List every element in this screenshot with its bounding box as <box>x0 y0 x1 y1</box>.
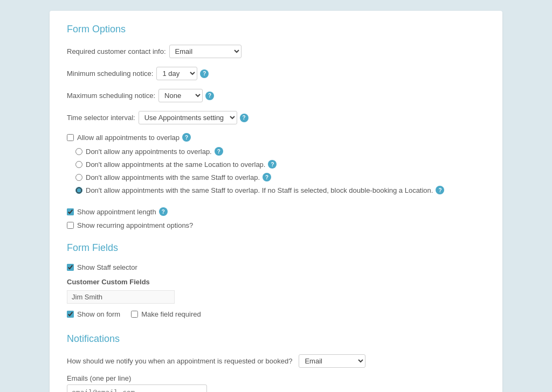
max-notice-row: Maximum scheduling notice: None 1 week 2… <box>67 89 485 102</box>
show-staff-label: Show Staff selector <box>77 263 137 271</box>
min-notice-label: Minimum scheduling notice: <box>67 69 153 78</box>
allow-overlap-row: Allow all appointments to overlap ? <box>67 133 485 142</box>
show-staff-checkbox[interactable] <box>67 264 74 271</box>
customer-fields-row: Show on form Make field required <box>67 310 485 318</box>
form-fields-title: Form Fields <box>67 242 485 254</box>
show-on-form-label: Show on form <box>77 310 120 318</box>
staff-overlap-help-icon: ? <box>263 173 271 181</box>
show-appointment-length-row: Show appointment length ? <box>67 207 485 216</box>
staff-overlap-label: Don't allow appointments with the same S… <box>86 173 260 181</box>
show-appointment-length-checkbox[interactable] <box>67 208 74 215</box>
min-notice-row: Minimum scheduling notice: 1 day 2 days … <box>67 67 485 80</box>
customer-name: Jim Smith <box>67 290 175 304</box>
min-notice-help-icon: ? <box>200 69 209 78</box>
customer-custom-fields-title: Customer Custom Fields <box>67 278 485 286</box>
no-overlap-radio[interactable] <box>75 148 82 155</box>
show-length-help-icon: ? <box>159 207 168 216</box>
max-notice-label: Maximum scheduling notice: <box>67 92 155 100</box>
no-overlap-row: Don't allow any appointments to overlap.… <box>75 147 485 156</box>
time-selector-label: Time selector interval: <box>67 114 135 122</box>
show-staff-row: Show Staff selector <box>67 263 485 271</box>
allow-overlap-label: Allow all appointments to overlap <box>77 134 180 142</box>
contact-info-label: Required customer contact info: <box>67 47 166 55</box>
staff-overlap-radio[interactable] <box>75 174 82 181</box>
contact-info-select[interactable]: Email Phone Email or Phone Email and Pho… <box>169 45 242 58</box>
staff-block-help-icon: ? <box>436 186 444 194</box>
location-overlap-row: Don't allow appointments at the same Loc… <box>75 160 485 169</box>
location-overlap-label: Don't allow appointments at the same Loc… <box>86 160 265 169</box>
staff-block-radio[interactable] <box>75 187 82 194</box>
staff-block-row: Don't allow appointments with the same S… <box>75 186 485 194</box>
staff-overlap-row: Don't allow appointments with the same S… <box>75 173 485 181</box>
emails-field-group: Emails (one per line) <box>67 374 485 392</box>
time-selector-row: Time selector interval: Use Appointments… <box>67 111 485 124</box>
main-container: Form Options Required customer contact i… <box>50 11 502 392</box>
min-notice-select[interactable]: 1 day 2 days 3 days 1 week None <box>156 67 197 80</box>
show-recurring-checkbox[interactable] <box>67 222 74 229</box>
location-overlap-help-icon: ? <box>268 160 277 169</box>
form-fields-section: Form Fields Show Staff selector Customer… <box>67 242 485 318</box>
show-on-form-checkbox[interactable] <box>67 311 74 318</box>
location-overlap-radio[interactable] <box>75 161 82 168</box>
allow-overlap-help-icon: ? <box>182 133 191 142</box>
show-recurring-label: Show recurring appointment options? <box>77 221 193 229</box>
notify-method-select[interactable]: Email SMS Email and SMS None <box>299 354 365 368</box>
max-notice-help-icon: ? <box>205 92 214 100</box>
notifications-section: Notifications How should we notify you w… <box>67 333 485 392</box>
make-field-required-label: Make field required <box>141 310 201 318</box>
customer-custom-fields: Customer Custom Fields Jim Smith Show on… <box>67 278 485 318</box>
notify-method-row: How should we notify you when an appoint… <box>67 354 485 368</box>
show-appointment-length-label: Show appointment length <box>77 208 156 216</box>
time-selector-select[interactable]: Use Appointments setting 5 minutes 10 mi… <box>139 111 237 124</box>
make-field-required-row: Make field required <box>131 310 201 318</box>
notify-method-label: How should we notify you when an appoint… <box>67 357 292 365</box>
emails-label: Emails (one per line) <box>67 374 485 382</box>
contact-info-row: Required customer contact info: Email Ph… <box>67 45 485 58</box>
make-field-required-checkbox[interactable] <box>131 311 138 318</box>
no-overlap-label: Don't allow any appointments to overlap. <box>86 148 212 156</box>
show-recurring-row: Show recurring appointment options? <box>67 221 485 229</box>
form-options-title: Form Options <box>67 24 485 35</box>
notifications-title: Notifications <box>67 333 485 345</box>
max-notice-select[interactable]: None 1 week 2 weeks 1 month <box>158 89 203 102</box>
staff-block-label: Don't allow appointments with the same S… <box>86 186 433 194</box>
show-on-form-row: Show on form <box>67 310 120 318</box>
no-overlap-help-icon: ? <box>215 147 223 156</box>
allow-overlap-checkbox[interactable] <box>67 134 74 141</box>
emails-textarea[interactable] <box>67 384 207 392</box>
time-selector-help-icon: ? <box>240 114 249 122</box>
